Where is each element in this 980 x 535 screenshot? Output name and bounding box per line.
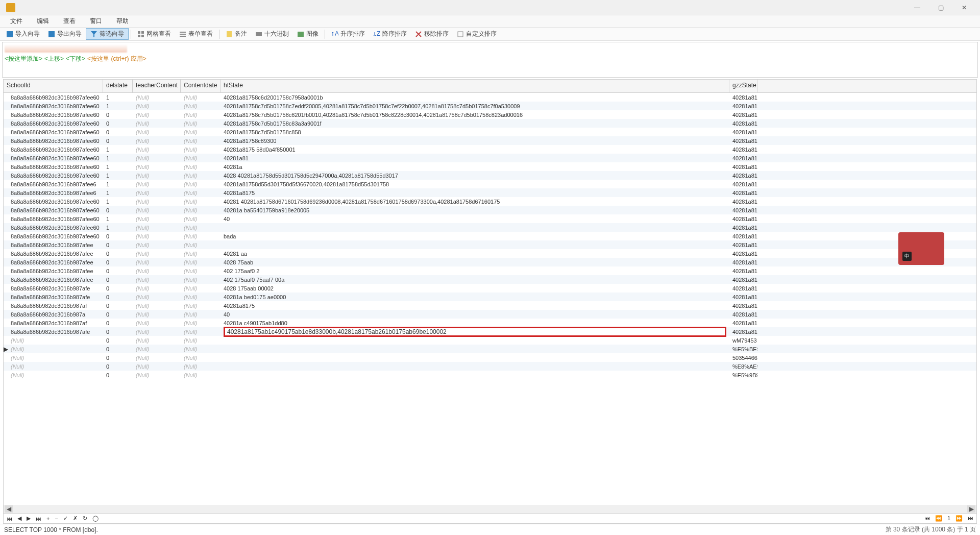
- table-row[interactable]: (Null)0(Null)(Null)wM79453: [4, 336, 976, 345]
- sort-asc-button[interactable]: A升序排序: [327, 29, 369, 39]
- grid-view-button[interactable]: 网格查看: [133, 29, 175, 39]
- table-row[interactable]: 8a8a8a686b982dc3016b987afee61(Null)(Null…: [4, 180, 976, 188]
- column-contentdate[interactable]: Contentdate: [181, 80, 220, 92]
- table-row[interactable]: 8a8a8a686b982dc3016b987afe0(Null)(Null)4…: [4, 293, 976, 301]
- table-row[interactable]: 8a8a8a686b982dc3016b987afe0(Null)(Null)4…: [4, 327, 976, 336]
- filter-panel: <按这里添加> <上移> <下移> <按这里 (ctrl+r) 应用>: [2, 42, 978, 78]
- table-row[interactable]: (Null)0(Null)(Null)50354466: [4, 353, 976, 362]
- nav-prev-button[interactable]: ◀: [16, 515, 22, 522]
- table-row[interactable]: 8a8a8a686b982dc3016b987afee600(Null)(Nul…: [4, 232, 976, 240]
- svg-rect-4: [141, 31, 144, 34]
- table-row[interactable]: 8a8a8a686b982dc3016b987afee601(Null)(Nul…: [4, 197, 976, 206]
- status-sql: SELECT TOP 1000 * FROM [dbo].: [4, 526, 98, 533]
- table-row[interactable]: 8a8a8a686b982dc3016b987afee600(Null)(Nul…: [4, 136, 976, 145]
- table-row[interactable]: 8a8a8a686b982dc3016b987afee61(Null)(Null…: [4, 188, 976, 197]
- column-delstate[interactable]: delstate: [103, 80, 133, 92]
- table-row[interactable]: (Null)0(Null)(Null)%E8%AE9: [4, 362, 976, 371]
- filter-wizard-button[interactable]: 筛选向导: [86, 28, 129, 40]
- table-row[interactable]: (Null)0(Null)(Null)%E5%9B9: [4, 371, 976, 379]
- column-teachercontent[interactable]: teacherContent: [133, 80, 181, 92]
- svg-rect-3: [138, 31, 140, 34]
- page-next-button[interactable]: ⏩: [954, 515, 964, 522]
- page-first-button[interactable]: ⏮: [923, 515, 931, 522]
- nav-commit-button[interactable]: ✓: [62, 515, 69, 522]
- nav-last-button[interactable]: ⏭: [35, 516, 42, 522]
- table-row[interactable]: 8a8a8a686b982dc3016b987afee601(Null)(Nul…: [4, 223, 976, 232]
- svg-text:A: A: [335, 31, 338, 37]
- table-row[interactable]: 8a8a8a686b982dc3016b987afee601(Null)(Nul…: [4, 214, 976, 223]
- column-gzzstate[interactable]: gzzState: [729, 80, 757, 92]
- menu-help[interactable]: 帮助: [110, 16, 135, 27]
- app-icon: [6, 3, 15, 12]
- table-row[interactable]: 8a8a8a686b982dc3016b987afee601(Null)(Nul…: [4, 145, 976, 154]
- menu-view[interactable]: 查看: [57, 16, 82, 27]
- filter-apply-hint[interactable]: <按这里 (ctrl+r) 应用>: [87, 55, 146, 63]
- table-row[interactable]: 8a8a8a686b982dc3016b987afee0(Null)(Null)…: [4, 258, 976, 266]
- table-row[interactable]: 8a8a8a686b982dc3016b987afee601(Null)(Nul…: [4, 171, 976, 180]
- separator: [219, 30, 219, 39]
- table-row[interactable]: 8a8a8a686b982dc3016b987afee0(Null)(Null)…: [4, 240, 976, 249]
- menu-edit[interactable]: 编辑: [31, 16, 55, 27]
- sort-desc-button[interactable]: Z降序排序: [369, 29, 411, 39]
- custom-sort-button[interactable]: 自定义排序: [453, 29, 501, 39]
- table-row[interactable]: 8a8a8a686b982dc3016b987afee0(Null)(Null)…: [4, 275, 976, 284]
- table-row[interactable]: 8a8a8a686b982dc3016b987afee601(Null)(Nul…: [4, 93, 976, 102]
- image-button[interactable]: 图像: [293, 29, 323, 39]
- hex-button[interactable]: 十六进制: [251, 29, 293, 39]
- table-row[interactable]: 8a8a8a686b982dc3016b987afee0(Null)(Null)…: [4, 266, 976, 275]
- memo-button[interactable]: 备注: [222, 29, 251, 39]
- memo-icon: [226, 31, 233, 38]
- record-navigator: ⏮ ◀ ▶ ⏭ + − ✓ ✗ ↻ ◯ ⏮ ⏪ 1 ⏩ ⏭: [3, 514, 977, 524]
- table-row[interactable]: 8a8a8a686b982dc3016b987afee601(Null)(Nul…: [4, 102, 976, 110]
- table-row[interactable]: 8a8a8a686b982dc3016b987af0(Null)(Null)40…: [4, 319, 976, 327]
- nav-add-button[interactable]: +: [45, 516, 51, 522]
- table-row[interactable]: 8a8a8a686b982dc3016b987afe0(Null)(Null)4…: [4, 284, 976, 293]
- table-row[interactable]: 8a8a8a686b982dc3016b987afee0(Null)(Null)…: [4, 249, 976, 258]
- column-schoolid[interactable]: SchoolId: [4, 80, 103, 92]
- filter-down-hint[interactable]: <下移>: [66, 55, 85, 63]
- table-row[interactable]: 8a8a8a686b982dc3016b987afee600(Null)(Nul…: [4, 119, 976, 128]
- export-icon: [48, 31, 55, 38]
- nav-cancel-button[interactable]: ✗: [72, 515, 79, 522]
- table-row[interactable]: 8a8a8a686b982dc3016b987afee601(Null)(Nul…: [4, 154, 976, 162]
- table-row[interactable]: 8a8a8a686b982dc3016b987afee601(Null)(Nul…: [4, 162, 976, 171]
- import-wizard-button[interactable]: 导入向导: [2, 29, 44, 39]
- svg-rect-0: [7, 31, 13, 37]
- table-row[interactable]: 8a8a8a686b982dc3016b987afee600(Null)(Nul…: [4, 128, 976, 136]
- separator: [131, 30, 131, 39]
- svg-rect-12: [298, 32, 304, 37]
- export-wizard-button[interactable]: 导出向导: [44, 29, 86, 39]
- minimize-button[interactable]: —: [905, 0, 929, 15]
- nav-refresh-button[interactable]: ↻: [82, 515, 88, 522]
- toolbar: 导入向导 导出向导 筛选向导 网格查看 表单查看 备注 十六进制 图像 A升序排…: [0, 28, 980, 41]
- close-button[interactable]: ✕: [952, 0, 976, 15]
- filter-add-hint[interactable]: <按这里添加>: [5, 55, 42, 63]
- table-row[interactable]: 8a8a8a686b982dc3016b987af0(Null)(Null)40…: [4, 301, 976, 310]
- column-htstate[interactable]: htState: [220, 80, 729, 92]
- form-view-button[interactable]: 表单查看: [175, 29, 217, 39]
- horizontal-scrollbar[interactable]: ◀ ▶: [4, 505, 976, 513]
- remove-sort-button[interactable]: 移除排序: [411, 29, 453, 39]
- table-row[interactable]: ▶(Null)0(Null)(Null)%E5%BE9: [4, 345, 976, 353]
- filter-up-hint[interactable]: <上移>: [44, 55, 64, 63]
- nav-stop-button[interactable]: ◯: [91, 515, 100, 522]
- maximize-button[interactable]: ▢: [929, 0, 952, 15]
- menu-window[interactable]: 窗口: [84, 16, 108, 27]
- grid-body[interactable]: 8a8a8a686b982dc3016b987afee601(Null)(Nul…: [4, 93, 976, 505]
- table-row[interactable]: 8a8a8a686b982dc3016b987afee600(Null)(Nul…: [4, 206, 976, 214]
- scroll-left-button[interactable]: ◀: [5, 505, 13, 513]
- table-row[interactable]: 8a8a8a686b982dc3016b987a0(Null)(Null)404…: [4, 310, 976, 319]
- ime-avatar-widget[interactable]: [898, 232, 944, 265]
- menu-file[interactable]: 文件: [4, 16, 29, 27]
- nav-first-button[interactable]: ⏮: [6, 516, 13, 522]
- nav-delete-button[interactable]: −: [54, 516, 59, 522]
- filter-hints: <按这里添加> <上移> <下移> <按这里 (ctrl+r) 应用>: [5, 55, 146, 63]
- page-last-button[interactable]: ⏭: [967, 515, 974, 522]
- scroll-right-button[interactable]: ▶: [967, 505, 975, 513]
- sort-desc-icon: Z: [373, 31, 380, 38]
- table-row[interactable]: 8a8a8a686b982dc3016b987afee600(Null)(Nul…: [4, 110, 976, 119]
- page-prev-button[interactable]: ⏪: [934, 515, 943, 522]
- nav-next-button[interactable]: ▶: [26, 515, 32, 522]
- svg-rect-10: [227, 31, 232, 37]
- remove-sort-icon: [415, 31, 422, 38]
